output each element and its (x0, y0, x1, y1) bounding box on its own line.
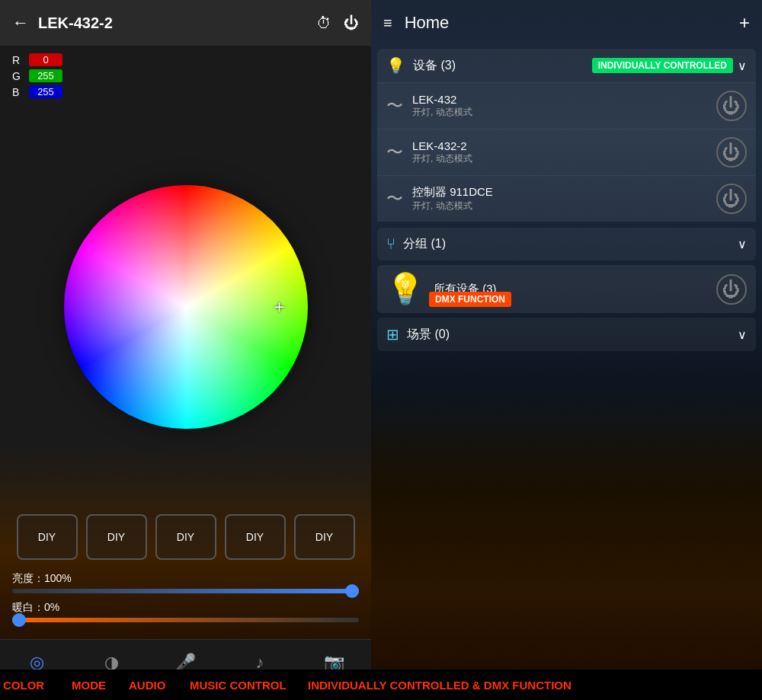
rgb-g-row: G 255 (12, 69, 359, 82)
scenes-section-title: 场景 (0) (407, 327, 738, 343)
groups-section-title: 分组 (1) (403, 236, 738, 252)
groups-section-header[interactable]: ⑂ 分组 (1) ∨ (377, 228, 756, 261)
crosshair-icon: + (274, 296, 284, 318)
timer-icon[interactable]: ⏱ (316, 14, 331, 32)
diy-button-1[interactable]: DIY (17, 514, 78, 560)
b-value: 255 (29, 85, 62, 98)
brightness-thumb[interactable] (345, 584, 359, 598)
device-status-3: 开灯, 动态模式 (412, 200, 716, 213)
device-strip-icon-3: 〜 (386, 187, 403, 210)
device-item-1[interactable]: 〜 LEK-432 开灯, 动态模式 ⏻ (377, 82, 756, 129)
device-item-3[interactable]: 〜 控制器 911DCE 开灯, 动态模式 ⏻ (377, 175, 756, 222)
device-status-1: 开灯, 动态模式 (412, 106, 716, 119)
device-strip-icon-2: 〜 (386, 141, 403, 164)
brightness-track[interactable] (12, 589, 359, 593)
groups-section-icon: ⑂ (386, 235, 395, 253)
warmwhite-thumb[interactable] (12, 613, 26, 627)
dmx-function-badge: DMX FUNCTION (429, 292, 511, 307)
diy-button-2[interactable]: DIY (86, 514, 147, 560)
sliders-section: 亮度：100% 暖白：0% (0, 566, 371, 639)
right-header: ≡ Home + (371, 0, 762, 46)
warmwhite-row: 暖白：0% (12, 601, 359, 622)
r-value: 0 (29, 53, 62, 66)
g-label: G (12, 70, 24, 82)
b-label: B (12, 86, 24, 98)
right-panel: ≡ Home + 💡 设备 (3) INDIVIDUALLY CONTROLLE… (371, 0, 762, 700)
diy-button-5[interactable]: DIY (294, 514, 355, 560)
individually-controlled-badge: INDIVIDUALLY CONTROLLED (592, 58, 733, 73)
menu-icon[interactable]: ≡ (383, 14, 392, 32)
device-info-3: 控制器 911DCE 开灯, 动态模式 (412, 185, 716, 213)
warmwhite-label: 暖白：0% (12, 601, 359, 615)
groups-section: ⑂ 分组 (1) ∨ (377, 228, 756, 261)
device-strip-icon-1: 〜 (386, 94, 403, 117)
device-power-btn-2[interactable]: ⏻ (716, 137, 747, 168)
device-power-btn-1[interactable]: ⏻ (716, 91, 747, 121)
bottom-label-mode: MODE (72, 679, 129, 692)
warmwhite-track[interactable] (12, 618, 359, 622)
bottom-label-audio: AUDIO (129, 679, 190, 692)
header-icons: ⏱ ⏻ (316, 14, 359, 32)
rgb-b-row: B 255 (12, 85, 359, 98)
all-devices-item[interactable]: 💡 所有设备 (3) DMX FUNCTION ⏻ (377, 265, 756, 313)
home-title: Home (405, 13, 739, 33)
device-name-3: 控制器 911DCE (412, 185, 716, 200)
diy-button-4[interactable]: DIY (225, 514, 286, 560)
all-devices-power-btn[interactable]: ⏻ (716, 274, 747, 305)
groups-chevron-icon: ∨ (738, 237, 747, 251)
scenes-section-header[interactable]: ⊞ 场景 (0) ∨ (377, 318, 756, 351)
scenes-section: ⊞ 场景 (0) ∨ (377, 318, 756, 351)
rgb-r-row: R 0 (12, 53, 359, 66)
left-header: ← LEK-432-2 ⏱ ⏻ (0, 0, 371, 46)
devices-section-icon: 💡 (386, 56, 405, 75)
device-name-2: LEK-432-2 (412, 139, 716, 152)
bottom-label-individually: INDIVIDUALLY CONTROLLED & DMX FUNCTION (308, 679, 762, 692)
device-info-1: LEK-432 开灯, 动态模式 (412, 93, 716, 119)
r-label: R (12, 54, 24, 66)
all-devices-info: 所有设备 (3) DMX FUNCTION (434, 282, 716, 296)
diy-row: DIY DIY DIY DIY DIY (0, 508, 371, 566)
device-name-1: LEK-432 (412, 93, 716, 106)
device-info-2: LEK-432-2 开灯, 动态模式 (412, 139, 716, 165)
devices-section-title: 设备 (3) (413, 58, 592, 74)
devices-chevron-icon: ∨ (738, 59, 747, 73)
power-icon[interactable]: ⏻ (344, 14, 359, 32)
brightness-label: 亮度：100% (12, 572, 359, 586)
color-wheel-container: + (0, 106, 371, 508)
bottom-label-color: COLOR (3, 679, 72, 692)
bottom-label-music: MUSIC CONTROL (190, 679, 308, 692)
g-value: 255 (29, 69, 62, 82)
devices-section-header[interactable]: 💡 设备 (3) INDIVIDUALLY CONTROLLED ∨ (377, 49, 756, 82)
diy-button-3[interactable]: DIY (155, 514, 216, 560)
rgb-values: R 0 G 255 B 255 (0, 46, 371, 106)
back-button[interactable]: ← (12, 13, 29, 33)
left-panel: ← LEK-432-2 ⏱ ⏻ R 0 G 255 B (0, 0, 371, 700)
device-power-btn-3[interactable]: ⏻ (716, 184, 747, 214)
scenes-section-icon: ⊞ (386, 325, 399, 344)
add-icon[interactable]: + (739, 12, 750, 34)
device-status-2: 开灯, 动态模式 (412, 152, 716, 165)
brightness-row: 亮度：100% (12, 572, 359, 593)
device-title: LEK-432-2 (38, 14, 316, 32)
device-item-2[interactable]: 〜 LEK-432-2 开灯, 动态模式 ⏻ (377, 129, 756, 175)
all-devices-icon: 💡 (386, 271, 424, 307)
devices-section: 💡 设备 (3) INDIVIDUALLY CONTROLLED ∨ 〜 LEK… (377, 49, 756, 222)
bottom-label-bar: COLOR MODE AUDIO MUSIC CONTROL INDIVIDUA… (0, 670, 762, 700)
scenes-chevron-icon: ∨ (738, 328, 747, 342)
color-wheel[interactable]: + (64, 185, 308, 429)
